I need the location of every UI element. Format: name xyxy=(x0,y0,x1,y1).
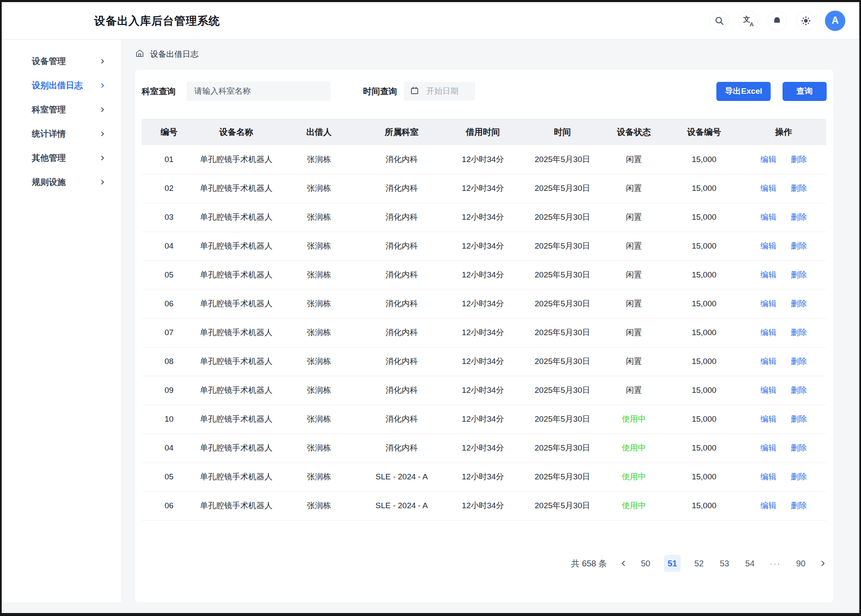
sidebar-item-label: 设备管理 xyxy=(32,56,66,67)
cell-department: 消化内科 xyxy=(362,405,442,434)
cell-status: 闲置 xyxy=(601,347,667,376)
cell-device-name: 单孔腔镜手术机器人 xyxy=(196,174,276,203)
delete-link[interactable]: 删除 xyxy=(791,298,807,309)
delete-link[interactable]: 删除 xyxy=(791,327,807,338)
translate-icon: 文A xyxy=(743,16,753,26)
cell-device-code: 15,000 xyxy=(667,203,741,232)
department-search-input[interactable] xyxy=(187,81,330,101)
cell-id: 07 xyxy=(142,318,196,347)
cell-duration: 12小时34分 xyxy=(442,462,524,491)
cell-duration: 12小时34分 xyxy=(442,174,524,203)
edit-link[interactable]: 编辑 xyxy=(760,500,777,511)
sidebar-item-2[interactable]: 科室管理 xyxy=(2,98,121,122)
pagination-page-50[interactable]: 50 xyxy=(638,555,653,572)
table-row: 10 单孔腔镜手术机器人 张润栋 消化内科 12小时34分 2025年5月30日… xyxy=(142,405,826,434)
translate-button[interactable]: 文A xyxy=(738,11,758,31)
cell-borrower: 张润栋 xyxy=(276,462,362,491)
delete-link[interactable]: 删除 xyxy=(791,385,807,396)
pagination-page-52[interactable]: 52 xyxy=(692,555,706,572)
delete-link[interactable]: 删除 xyxy=(791,356,807,367)
pagination-page-51[interactable]: 51 xyxy=(664,555,681,572)
edit-link[interactable]: 编辑 xyxy=(760,442,777,454)
pagination-next-button[interactable] xyxy=(819,560,827,567)
cell-borrower: 张润栋 xyxy=(276,405,362,434)
cell-status: 使用中 xyxy=(601,434,667,462)
delete-link[interactable]: 删除 xyxy=(791,154,807,165)
time-filter-label: 时间查询 xyxy=(363,86,397,97)
edit-link[interactable]: 编辑 xyxy=(760,471,777,482)
cell-device-code: 15,000 xyxy=(667,289,741,318)
query-button[interactable]: 查询 xyxy=(783,82,827,101)
delete-link[interactable]: 删除 xyxy=(791,414,807,425)
pagination-page-90[interactable]: 90 xyxy=(794,555,808,572)
pagination-prev-button[interactable] xyxy=(620,560,627,567)
search-button[interactable] xyxy=(710,11,729,31)
edit-link[interactable]: 编辑 xyxy=(760,414,777,425)
table-row: 04 单孔腔镜手术机器人 张润栋 消化内科 12小时34分 2025年5月30日… xyxy=(142,232,826,260)
edit-link[interactable]: 编辑 xyxy=(760,154,777,165)
cell-duration: 12小时34分 xyxy=(442,318,524,347)
user-avatar[interactable]: A xyxy=(825,11,845,31)
table-row: 01 单孔腔镜手术机器人 张润栋 消化内科 12小时34分 2025年5月30日… xyxy=(142,145,826,174)
col-header-device-name: 设备名称 xyxy=(196,119,276,145)
sidebar-item-3[interactable]: 统计详情 xyxy=(2,122,121,146)
cell-actions: 编辑 删除 xyxy=(741,491,826,520)
cell-borrower: 张润栋 xyxy=(276,434,362,462)
cell-borrower: 张润栋 xyxy=(276,347,362,376)
delete-link[interactable]: 删除 xyxy=(791,269,807,280)
cell-department: 消化内科 xyxy=(362,145,442,174)
cell-status: 闲置 xyxy=(601,203,667,232)
delete-link[interactable]: 删除 xyxy=(791,442,807,454)
delete-link[interactable]: 删除 xyxy=(791,241,807,252)
cell-status: 闲置 xyxy=(601,318,667,347)
edit-link[interactable]: 编辑 xyxy=(760,212,777,223)
brightness-button[interactable] xyxy=(796,11,816,31)
edit-link[interactable]: 编辑 xyxy=(760,269,777,280)
edit-link[interactable]: 编辑 xyxy=(760,385,777,396)
delete-link[interactable]: 删除 xyxy=(791,500,807,511)
cell-id: 10 xyxy=(142,405,196,434)
pagination-page-54[interactable]: 54 xyxy=(743,555,757,572)
sidebar-item-1[interactable]: 设别出借日志 xyxy=(2,73,121,98)
col-header-duration: 借用时间 xyxy=(442,119,524,145)
department-filter-label: 科室查询 xyxy=(142,86,176,97)
cell-id: 05 xyxy=(142,462,196,491)
edit-link[interactable]: 编辑 xyxy=(760,356,777,367)
notification-icon xyxy=(772,16,782,26)
breadcrumb[interactable]: 设备出借日志 xyxy=(135,46,198,63)
edit-link[interactable]: 编辑 xyxy=(760,183,777,194)
cell-device-name: 单孔腔镜手术机器人 xyxy=(196,232,276,260)
edit-link[interactable]: 编辑 xyxy=(760,298,777,309)
sidebar-item-0[interactable]: 设备管理 xyxy=(2,49,121,73)
calendar-icon xyxy=(410,86,419,97)
pagination-page-53[interactable]: 53 xyxy=(717,555,732,572)
edit-link[interactable]: 编辑 xyxy=(760,327,777,338)
cell-status: 使用中 xyxy=(601,491,667,520)
table-row: 08 单孔腔镜手术机器人 张润栋 消化内科 12小时34分 2025年5月30日… xyxy=(142,347,826,376)
cell-device-name: 单孔腔镜手术机器人 xyxy=(196,462,276,491)
sidebar-item-5[interactable]: 规则设施 xyxy=(2,170,121,194)
col-header-date: 时间 xyxy=(524,119,601,145)
cell-actions: 编辑 删除 xyxy=(741,462,826,491)
cell-device-code: 15,000 xyxy=(667,232,741,260)
cell-department: SLE - 2024 - A xyxy=(362,462,442,491)
notification-button[interactable] xyxy=(767,11,787,31)
edit-link[interactable]: 编辑 xyxy=(760,241,777,252)
export-excel-button[interactable]: 导出Excel xyxy=(716,82,771,101)
delete-link[interactable]: 删除 xyxy=(791,183,807,194)
cell-actions: 编辑 删除 xyxy=(741,405,826,434)
cell-duration: 12小时34分 xyxy=(442,145,524,174)
delete-link[interactable]: 删除 xyxy=(791,212,807,223)
start-date-picker[interactable]: 开始日期 xyxy=(404,82,475,101)
delete-link[interactable]: 删除 xyxy=(791,471,807,482)
cell-date: 2025年5月30日 xyxy=(524,491,601,520)
cell-actions: 编辑 删除 xyxy=(741,434,826,462)
cell-department: SLE - 2024 - A xyxy=(362,491,442,520)
col-header-department: 所属科室 xyxy=(362,119,442,145)
table-row: 06 单孔腔镜手术机器人 张润栋 消化内科 12小时34分 2025年5月30日… xyxy=(142,289,826,318)
table-header-row: 编号 设备名称 出借人 所属科室 借用时间 时间 设备状态 设备编号 操作 xyxy=(142,119,826,145)
cell-id: 04 xyxy=(142,232,196,260)
sidebar-item-4[interactable]: 其他管理 xyxy=(2,146,121,170)
cell-status: 闲置 xyxy=(601,260,667,289)
cell-date: 2025年5月30日 xyxy=(524,260,601,289)
